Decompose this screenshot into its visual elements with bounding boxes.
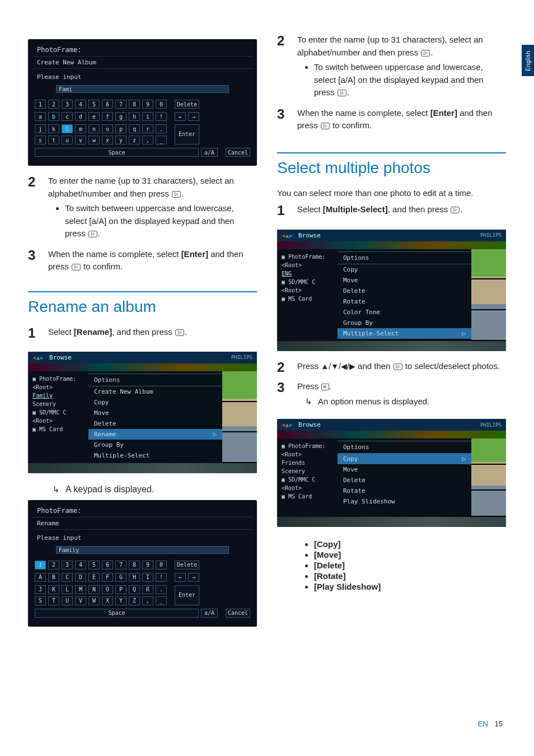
key-e[interactable]: e <box>88 112 100 121</box>
key-enter[interactable]: Enter <box>175 585 199 605</box>
key-Z[interactable]: Z <box>129 596 140 605</box>
key-6[interactable]: 6 <box>102 561 113 570</box>
menu-item[interactable]: Group By <box>88 440 222 450</box>
key-K[interactable]: K <box>48 585 59 594</box>
key-W[interactable]: W <box>88 596 100 605</box>
menu-item[interactable]: Delete <box>338 286 471 296</box>
key-H[interactable]: H <box>129 573 140 582</box>
key-s[interactable]: s <box>35 136 46 144</box>
menu-item[interactable]: Group By <box>338 318 471 328</box>
key-2[interactable]: 2 <box>48 100 59 109</box>
key-delete[interactable]: Delete <box>175 561 199 570</box>
menu-item[interactable]: Move <box>88 408 222 418</box>
key-k[interactable]: k <box>48 124 59 133</box>
key-4[interactable]: 4 <box>75 100 86 109</box>
input-field[interactable]: Family <box>56 546 229 554</box>
menu-item[interactable]: Move <box>338 275 471 286</box>
key-space[interactable]: Space <box>35 148 199 157</box>
key-dot[interactable]: . <box>156 124 167 133</box>
key-a[interactable]: a <box>35 112 46 121</box>
key-3[interactable]: 3 <box>62 100 73 109</box>
key-g[interactable]: g <box>115 112 127 121</box>
key-right[interactable]: → <box>188 112 199 121</box>
key-r[interactable]: r <box>142 124 153 133</box>
key-l[interactable]: l <box>62 124 73 133</box>
menu-item[interactable]: Create New Album <box>88 386 222 397</box>
key-1[interactable]: 1 <box>35 100 46 109</box>
key-m[interactable]: m <box>75 124 86 133</box>
key-Q[interactable]: Q <box>129 585 140 594</box>
key-u[interactable]: u <box>62 136 73 144</box>
menu-item[interactable]: Delete <box>338 475 471 486</box>
key-9[interactable]: 9 <box>142 561 153 570</box>
key-O[interactable]: O <box>102 585 113 594</box>
key-t[interactable]: t <box>48 136 59 144</box>
sidebar-item[interactable]: PhotoFrame: <box>30 375 86 383</box>
key-S[interactable]: S <box>35 596 46 605</box>
key-R[interactable]: R <box>142 585 153 594</box>
key-L[interactable]: L <box>62 585 73 594</box>
menu-item[interactable]: Copy <box>88 397 222 408</box>
key-excl[interactable]: ! <box>156 573 167 582</box>
key-c[interactable]: c <box>62 112 73 121</box>
key-enter[interactable]: Enter <box>175 124 199 144</box>
key-excl[interactable]: ! <box>156 112 167 121</box>
key-2[interactable]: 2 <box>48 561 59 570</box>
key-Y[interactable]: Y <box>115 596 127 605</box>
key-0[interactable]: 0 <box>156 100 167 109</box>
menu-item[interactable]: Color Tone <box>338 307 471 318</box>
key-7[interactable]: 7 <box>115 561 127 570</box>
key-B[interactable]: B <box>48 573 59 582</box>
key-D[interactable]: D <box>75 573 86 582</box>
key-J[interactable]: J <box>35 585 46 594</box>
sidebar-item[interactable]: MS Card <box>279 295 335 303</box>
key-G[interactable]: G <box>115 573 127 582</box>
input-field[interactable]: Fami <box>56 85 229 93</box>
key-z[interactable]: z <box>129 136 140 144</box>
sidebar-item[interactable]: Family <box>30 391 86 400</box>
menu-item[interactable]: Rotate <box>338 486 471 496</box>
key-h[interactable]: h <box>129 112 140 121</box>
key-w[interactable]: w <box>88 136 100 144</box>
key-4[interactable]: 4 <box>75 561 86 570</box>
sidebar-item[interactable]: SD/MMC C <box>279 278 335 286</box>
sidebar-item[interactable]: <Root> <box>279 261 335 269</box>
sidebar-item[interactable]: <Root> <box>279 450 335 459</box>
key-y[interactable]: y <box>115 136 127 144</box>
sidebar-item[interactable]: SD/MMC C <box>279 475 335 484</box>
key-f[interactable]: f <box>102 112 113 121</box>
key-X[interactable]: X <box>102 596 113 605</box>
key-7[interactable]: 7 <box>115 100 127 109</box>
sidebar-item[interactable]: MS Card <box>279 492 335 501</box>
key-A[interactable]: A <box>35 573 46 582</box>
key-9[interactable]: 9 <box>142 100 153 109</box>
key-U[interactable]: U <box>62 596 73 605</box>
key-1[interactable]: 1 <box>35 561 46 570</box>
key-us[interactable]: _ <box>156 136 167 144</box>
key-T[interactable]: T <box>48 596 59 605</box>
sidebar-item[interactable]: <Root> <box>279 286 335 295</box>
key-cancel[interactable]: Cancel <box>226 148 250 157</box>
sidebar-item[interactable]: MS Card <box>30 425 86 433</box>
sidebar-item[interactable]: Scenery <box>279 467 335 475</box>
key-F[interactable]: F <box>102 573 113 582</box>
menu-item[interactable]: Copy▷ <box>338 454 471 464</box>
key-5[interactable]: 5 <box>88 561 100 570</box>
key-P[interactable]: P <box>115 585 127 594</box>
sidebar-item[interactable]: SD/MMC C <box>30 408 86 417</box>
key-8[interactable]: 8 <box>129 100 140 109</box>
key-d[interactable]: d <box>75 112 86 121</box>
menu-item[interactable]: Rename▷ <box>88 429 222 440</box>
menu-item[interactable]: Play Slideshow <box>338 496 471 507</box>
key-0[interactable]: 0 <box>156 561 167 570</box>
sidebar-item[interactable]: <Root> <box>279 484 335 492</box>
menu-item[interactable]: Rotate <box>338 296 471 307</box>
sidebar-item[interactable]: PhotoFrame: <box>279 442 335 450</box>
menu-item[interactable]: Multiple-Select▷ <box>338 328 471 339</box>
key-V[interactable]: V <box>75 596 86 605</box>
key-left[interactable]: ← <box>175 112 186 121</box>
sidebar-item[interactable]: Scenery <box>30 400 86 408</box>
sidebar-item[interactable]: <Root> <box>30 383 86 391</box>
key-N[interactable]: N <box>88 585 100 594</box>
key-aA[interactable]: a/A <box>201 609 218 618</box>
